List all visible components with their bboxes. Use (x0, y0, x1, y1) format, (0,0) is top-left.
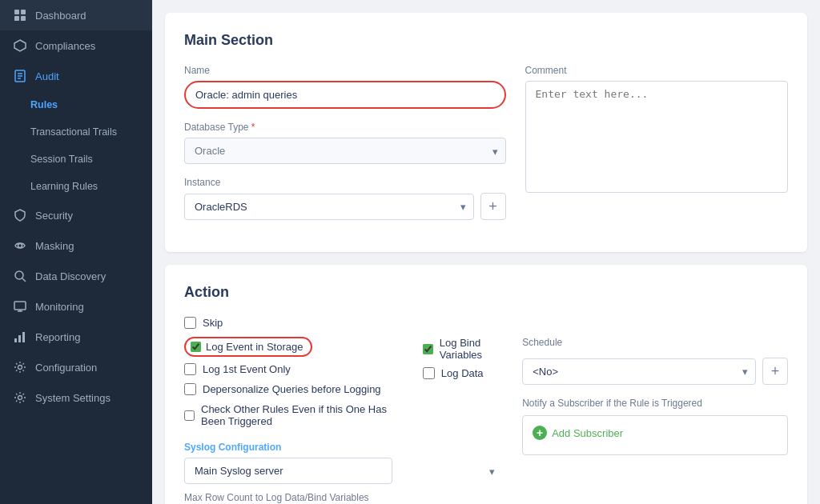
log-1st-event-checkbox[interactable] (184, 363, 196, 375)
svg-rect-12 (14, 302, 26, 310)
comment-textarea[interactable] (525, 81, 789, 193)
sidebar-item-monitoring[interactable]: Monitoring (0, 291, 152, 322)
svg-line-11 (22, 278, 26, 282)
data-discovery-icon (13, 269, 27, 283)
sidebar-item-label: Session Trails (30, 154, 93, 165)
comment-group: Comment (525, 65, 789, 233)
sidebar-item-transactional-trails[interactable]: Transactional Trails (0, 118, 152, 146)
instance-group: Instance OracleRDS ▾ + (184, 177, 506, 220)
database-type-group: Database Type * Oracle ▾ (184, 122, 506, 164)
sidebar-item-compliances[interactable]: Compliances (0, 30, 152, 61)
log-bind-label[interactable]: Log Bind Variables (440, 337, 503, 361)
sidebar-item-label: Monitoring (35, 301, 84, 313)
check-other-rules-checkbox[interactable] (184, 410, 195, 422)
skip-checkbox[interactable] (184, 317, 196, 329)
sidebar-item-security[interactable]: Security (0, 200, 152, 230)
sidebar-item-label: System Settings (35, 392, 111, 404)
sidebar-item-dashboard[interactable]: Dashboard (0, 0, 152, 30)
database-type-select-wrapper: Oracle ▾ (184, 138, 506, 164)
compliances-icon (13, 38, 27, 53)
main-content: Main Section Name Database Type * Ora (152, 0, 820, 504)
depersonalize-row: Depersonalize Queries before Logging (184, 383, 397, 395)
sidebar-item-label: Reporting (35, 331, 80, 343)
sidebar-item-label: Dashboard (35, 10, 86, 22)
depersonalize-checkbox[interactable] (184, 383, 196, 395)
schedule-add-button[interactable]: + (762, 358, 788, 385)
sidebar-item-rules[interactable]: Rules (0, 91, 152, 118)
name-input[interactable] (184, 81, 506, 109)
check-other-rules-row: Check Other Rules Even if this One Has B… (184, 403, 397, 427)
schedule-row: <No> ▾ + (522, 358, 788, 385)
database-type-label: Database Type * (184, 122, 506, 133)
action-right: Schedule <No> ▾ + Notify a Subscriber if… (522, 337, 788, 504)
log-event-checkbox[interactable] (191, 342, 201, 352)
monitoring-icon (13, 299, 27, 314)
sidebar: Dashboard Compliances Audit Rules Transa… (0, 0, 152, 504)
configuration-icon (13, 360, 27, 374)
log-event-label[interactable]: Log Event in Storage (206, 341, 303, 353)
svg-point-18 (18, 366, 22, 370)
check-other-rules-label[interactable]: Check Other Rules Even if this One Has B… (201, 403, 397, 427)
syslog-section: Syslog Configuration Main Syslog server … (184, 442, 503, 484)
notify-section: Notify a Subscriber if the Rule is Trigg… (522, 398, 788, 455)
action-left: Log Event in Storage Log 1st Event Only … (184, 337, 503, 504)
sidebar-item-configuration[interactable]: Configuration (0, 352, 152, 382)
database-type-select[interactable]: Oracle (184, 138, 506, 164)
sidebar-item-data-discovery[interactable]: Data Discovery (0, 261, 152, 291)
log-data-row: Log Data (423, 367, 503, 379)
sidebar-item-label: Compliances (35, 40, 95, 52)
syslog-select-wrapper: Main Syslog server ▾ (184, 458, 503, 484)
sidebar-item-session-trails[interactable]: Session Trails (0, 146, 152, 173)
comment-label: Comment (525, 65, 789, 76)
syslog-config-label: Syslog Configuration (184, 442, 503, 453)
sidebar-item-label: Learning Rules (30, 181, 98, 192)
svg-rect-3 (21, 16, 26, 21)
sidebar-item-reporting[interactable]: Reporting (0, 322, 152, 352)
rules-label: Rules (30, 99, 58, 110)
max-row-label: Max Row Count to Log Data/Bind Variables (184, 492, 503, 503)
main-section-title: Main Section (184, 32, 788, 49)
schedule-select[interactable]: <No> (522, 358, 756, 385)
svg-rect-16 (18, 335, 21, 342)
log-data-checkbox[interactable] (423, 367, 435, 379)
sidebar-item-label: Configuration (35, 362, 97, 374)
max-row-group: Max Row Count to Log Data/Bind Variables (184, 492, 503, 503)
skip-label[interactable]: Skip (203, 317, 223, 329)
svg-point-19 (18, 396, 22, 400)
action-section-card: Action Skip Log Event in Storage (165, 265, 807, 504)
instance-select-wrapper: OracleRDS ▾ (184, 194, 474, 220)
svg-point-10 (15, 271, 23, 279)
subscriber-section: + Add Subscriber (522, 415, 788, 455)
dashboard-icon (13, 8, 27, 22)
sidebar-item-learning-rules[interactable]: Learning Rules (0, 173, 152, 200)
svg-marker-4 (14, 40, 26, 51)
chevron-down-icon: ▾ (489, 465, 495, 477)
add-subscriber-button[interactable]: + Add Subscriber (533, 426, 778, 440)
sidebar-item-label: Security (35, 210, 73, 222)
sidebar-item-system-settings[interactable]: System Settings (0, 382, 152, 413)
system-settings-icon (13, 390, 27, 405)
add-subscriber-label: Add Subscriber (552, 427, 623, 439)
add-subscriber-plus-icon: + (533, 426, 547, 440)
svg-point-9 (18, 244, 22, 248)
instance-select[interactable]: OracleRDS (184, 194, 474, 220)
action-section-title: Action (184, 284, 788, 301)
log-data-label[interactable]: Log Data (441, 367, 484, 379)
log-bind-checkbox[interactable] (423, 343, 433, 355)
log-1st-event-row: Log 1st Event Only (184, 363, 397, 375)
svg-rect-1 (21, 10, 26, 14)
sidebar-item-audit[interactable]: Audit (0, 61, 152, 91)
reporting-icon (13, 330, 27, 344)
svg-rect-15 (14, 338, 17, 342)
audit-icon (13, 69, 27, 83)
instance-add-button[interactable]: + (480, 193, 506, 220)
schedule-label: Schedule (522, 337, 788, 348)
syslog-select[interactable]: Main Syslog server (184, 458, 392, 484)
notify-label: Notify a Subscriber if the Rule is Trigg… (522, 398, 788, 409)
depersonalize-label[interactable]: Depersonalize Queries before Logging (203, 383, 381, 395)
sidebar-item-masking[interactable]: Masking (0, 230, 152, 261)
log-1st-event-label[interactable]: Log 1st Event Only (203, 363, 291, 375)
masking-icon (13, 238, 27, 253)
instance-row: OracleRDS ▾ + (184, 193, 506, 220)
schedule-section: Schedule <No> ▾ + (522, 337, 788, 385)
